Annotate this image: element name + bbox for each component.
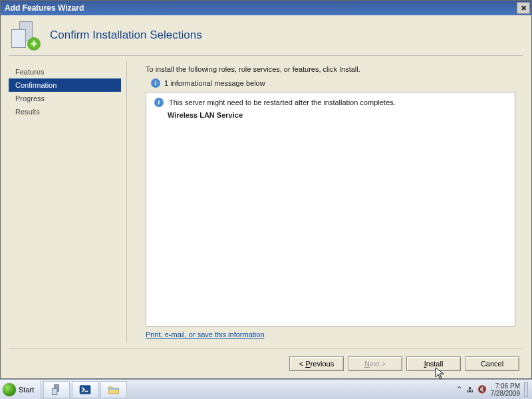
close-button[interactable]: ✕ [517, 2, 530, 14]
volume-muted-icon[interactable]: 🔇 [477, 385, 487, 394]
sidebar-item-features[interactable]: Features [9, 65, 121, 78]
info-icon: i [151, 78, 160, 88]
network-icon[interactable]: 🖧 [466, 386, 473, 394]
clock[interactable]: 7:06 PM 7/28/2009 [491, 382, 521, 397]
svg-rect-3 [109, 388, 119, 390]
svg-rect-1 [53, 388, 58, 394]
instruction-text: To install the following roles, role ser… [146, 65, 515, 73]
save-info-link[interactable]: Print, e-mail, or save this information [146, 331, 515, 338]
cancel-button[interactable]: Cancel [465, 356, 519, 371]
taskbar-app-powershell[interactable] [72, 381, 98, 398]
taskbar-app-server-manager[interactable] [43, 381, 70, 398]
windows-orb-icon [3, 383, 16, 396]
powershell-icon [78, 383, 92, 396]
page-title: Confirm Installation Selections [50, 29, 202, 42]
sidebar-item-confirmation[interactable]: Confirmation [9, 78, 121, 92]
titlebar[interactable]: Add Features Wizard ✕ [1, 1, 531, 15]
selections-panel: i This server might need to be restarted… [146, 92, 515, 327]
start-button[interactable]: Start [0, 380, 41, 400]
clock-time: 7:06 PM [491, 382, 521, 390]
wizard-window: Add Features Wizard ✕ + Confirm Installa… [0, 0, 532, 379]
feature-item: Wireless LAN Service [168, 111, 507, 119]
taskbar: Start ⌃ 🖧 🔇 7:06 PM 7/28/2009 [0, 379, 532, 399]
restart-notice: This server might need to be restarted a… [169, 98, 396, 106]
sidebar-item-progress[interactable]: Progress [9, 92, 121, 105]
wizard-footer: < Previous Next > Install Cancel [9, 348, 523, 378]
wizard-icon: + [10, 20, 41, 51]
info-count-label: 1 informational message below [164, 79, 265, 87]
wizard-header: + Confirm Installation Selections [1, 15, 531, 55]
clock-date: 7/28/2009 [491, 390, 521, 397]
install-button[interactable]: Install [406, 356, 461, 371]
window-title: Add Features Wizard [5, 3, 84, 13]
next-button: Next > [348, 356, 402, 371]
previous-button[interactable]: < Previous [289, 356, 344, 371]
server-icon [50, 383, 63, 396]
show-desktop[interactable] [524, 382, 528, 397]
wizard-steps-sidebar: Features Confirmation Progress Results [9, 61, 127, 342]
folder-icon [107, 383, 120, 396]
chevron-icon[interactable]: ⌃ [456, 385, 462, 394]
start-label: Start [19, 386, 34, 394]
sidebar-item-results[interactable]: Results [9, 105, 121, 118]
taskbar-app-explorer[interactable] [100, 381, 127, 398]
system-tray: ⌃ 🖧 🔇 7:06 PM 7/28/2009 [456, 382, 533, 397]
info-icon: i [154, 98, 164, 107]
main-content: To install the following roles, role ser… [127, 61, 523, 342]
